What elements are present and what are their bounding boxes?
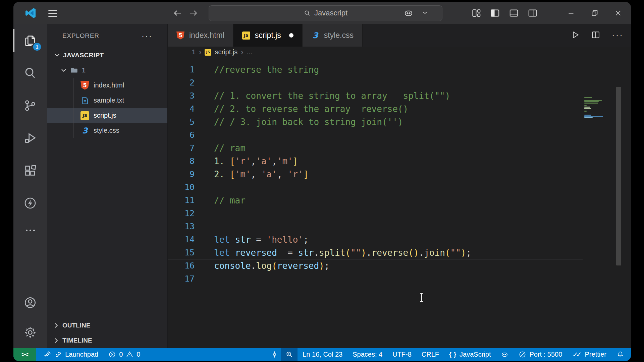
minimize-button[interactable] — [564, 6, 579, 20]
prettier-status[interactable]: ✓✓ Prettier — [567, 348, 611, 361]
indentation[interactable]: Spaces: 4 — [347, 348, 387, 361]
tab-style.css[interactable]: 3style.css — [303, 24, 363, 47]
line-number: 5 — [168, 117, 195, 127]
copilot-status-icon[interactable] — [496, 348, 514, 361]
code-line-3[interactable]: 3// 1. convert the string to array split… — [168, 89, 583, 102]
file-sample.txt[interactable]: sample.txt — [47, 93, 167, 108]
settings-gear-icon[interactable] — [13, 317, 47, 348]
code-text: let str = 'hello'; — [195, 235, 309, 245]
toggle-sidebar-right-icon[interactable] — [528, 8, 538, 18]
more-actions-icon[interactable] — [13, 219, 47, 241]
search-panel-icon[interactable] — [13, 57, 47, 89]
split-editor-icon[interactable] — [591, 30, 600, 41]
code-line-1[interactable]: 1//reverse the string — [168, 63, 583, 76]
code-line-11[interactable]: 11// mar — [168, 194, 583, 207]
tab-label: script.js — [255, 31, 281, 40]
thunder-icon[interactable] — [13, 187, 47, 219]
css-icon: 3 — [311, 32, 319, 40]
breadcrumb-separator: › — [199, 48, 201, 57]
outline-panel[interactable]: OUTLINE — [47, 318, 167, 333]
modified-dot — [289, 33, 293, 38]
sidebar-title: EXPLORER — [62, 32, 99, 40]
editor-scrollbar[interactable] — [616, 87, 621, 265]
tab-index.html[interactable]: 5index.html — [168, 24, 233, 47]
link-icon — [54, 351, 62, 358]
double-check-icon: ✓✓ — [572, 351, 582, 359]
folder-row[interactable]: 1 — [47, 63, 167, 78]
code-line-13[interactable]: 13 — [168, 220, 583, 233]
code-line-6[interactable]: 6 — [168, 128, 583, 141]
encoding[interactable]: UTF-8 — [387, 348, 417, 361]
workspace-section[interactable]: JAVASCRIPT — [47, 48, 167, 63]
eol-sequence[interactable]: CRLF — [417, 348, 444, 361]
file-style.css[interactable]: 3style.css — [47, 123, 167, 138]
breadcrumb-folder[interactable]: 1 — [192, 48, 196, 56]
chevron-down-icon — [54, 53, 60, 57]
copilot-icon[interactable] — [404, 8, 414, 18]
editor-more-icon[interactable]: ··· — [612, 30, 624, 41]
notifications-bell-icon[interactable] — [611, 348, 631, 361]
code-line-14[interactable]: 14let str = 'hello'; — [168, 233, 583, 246]
close-button[interactable] — [611, 6, 626, 20]
code-text: 2. ['m', 'a', 'r'] — [195, 169, 309, 179]
file-name: index.html — [94, 81, 124, 89]
txt-icon — [80, 96, 89, 105]
line-number: 16 — [168, 261, 195, 270]
indent-guide — [73, 78, 73, 138]
launchpad-item[interactable]: Launchpad — [36, 348, 103, 361]
remote-indicator[interactable]: >< — [13, 348, 36, 361]
code-line-17[interactable]: 17 — [168, 272, 583, 285]
code-line-12[interactable]: 12 — [168, 207, 583, 220]
cursor-position[interactable]: Ln 16, Col 23 — [298, 348, 347, 361]
restore-button[interactable] — [587, 6, 602, 20]
file-script.js[interactable]: JSscript.js — [47, 108, 167, 123]
breadcrumb: 1 › JS script.js › ... — [168, 47, 631, 58]
tab-label: index.html — [189, 31, 224, 40]
file-list: 5index.htmlsample.txtJSscript.js3style.c… — [47, 78, 167, 138]
code-line-9[interactable]: 92. ['m', 'a', 'r'] — [168, 168, 583, 181]
code-line-16[interactable]: 16console.log(reversed); — [168, 259, 583, 272]
commit-indicator-icon[interactable] — [266, 348, 281, 361]
source-control-icon[interactable] — [13, 89, 47, 122]
zoom-indicator[interactable] — [281, 348, 298, 361]
line-number: 1 — [168, 65, 195, 74]
run-debug-icon[interactable] — [13, 122, 47, 154]
problems-item[interactable]: 0 0 — [103, 348, 145, 361]
customize-layout-icon[interactable] — [471, 8, 481, 18]
line-number: 15 — [168, 248, 195, 257]
code-line-2[interactable]: 2 — [168, 76, 583, 89]
code-text: // / 3. join back to string join('') — [195, 117, 403, 127]
back-icon[interactable] — [172, 7, 183, 19]
code-line-4[interactable]: 4// 2. to reverse the array reverse() — [168, 102, 583, 115]
timeline-panel[interactable]: TIMELINE — [47, 333, 167, 348]
language-mode[interactable]: { } JavaScript — [444, 348, 496, 361]
toggle-panel-icon[interactable] — [509, 8, 519, 18]
code-line-10[interactable]: 10 — [168, 181, 583, 194]
tab-script.js[interactable]: JSscript.js — [233, 24, 303, 47]
toggle-sidebar-left-icon[interactable] — [490, 8, 500, 18]
account-icon[interactable] — [13, 288, 47, 317]
code-line-15[interactable]: 15let reversed = str.split("").reverse()… — [168, 246, 583, 259]
status-bar: >< Launchpad 0 0 Ln 16, Col 23 Spaces: 4… — [13, 348, 631, 361]
code-line-5[interactable]: 5// / 3. join back to string join('') — [168, 115, 583, 128]
code-line-7[interactable]: 7// ram — [168, 141, 583, 155]
html-icon: 5 — [176, 32, 184, 40]
live-server-port[interactable]: Port : 5500 — [514, 348, 567, 361]
explorer-icon[interactable]: 1 — [13, 24, 47, 57]
forward-icon[interactable] — [188, 7, 199, 19]
line-number: 6 — [168, 130, 195, 140]
sidebar-more-icon[interactable]: ··· — [142, 34, 153, 38]
breadcrumb-tail[interactable]: ... — [247, 48, 253, 56]
minimap[interactable] — [584, 97, 617, 123]
activity-bar: 1 — [13, 24, 47, 348]
file-index.html[interactable]: 5index.html — [47, 78, 167, 93]
js-icon: JS — [80, 111, 89, 120]
breadcrumb-file[interactable]: script.js — [215, 48, 237, 56]
code-editor[interactable]: 1//reverse the string23// 1. convert the… — [168, 58, 631, 348]
extensions-icon[interactable] — [13, 154, 47, 187]
code-line-8[interactable]: 81. ['r','a','m'] — [168, 155, 583, 168]
menu-icon[interactable] — [48, 10, 57, 17]
chevron-down-icon[interactable] — [422, 10, 428, 16]
run-button[interactable] — [570, 30, 580, 41]
line-number: 9 — [168, 169, 195, 179]
